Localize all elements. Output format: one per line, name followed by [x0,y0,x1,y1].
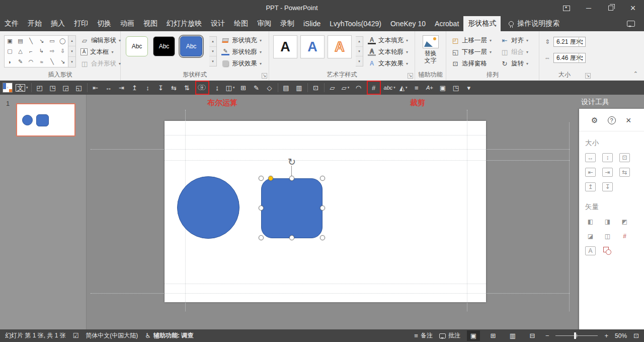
rotate-flip-icon[interactable]: ◭▾ [398,83,409,93]
shape-triangle-icon[interactable]: △ [15,46,26,57]
boolean-operations-icon[interactable]: ▾ [197,83,207,93]
close-panel-icon[interactable]: × [623,115,634,126]
shape-arc-icon[interactable]: ◠ [26,56,36,67]
tab-animations[interactable]: 动画 [116,16,139,31]
shape-textbox-icon[interactable]: ▣ [5,36,15,46]
merge-shapes-icon[interactable]: ◫▾ [225,83,235,93]
shape-oval-icon[interactable]: ◯ [57,36,68,46]
shape-rounded-rectangle-icon[interactable]: ▢ [5,46,15,57]
zoom-level[interactable]: 50% [615,332,627,339]
shape-curve-icon[interactable]: ≈ [36,56,47,67]
distribute-vertical-icon[interactable]: ⇅ [182,83,192,93]
adjust-handle-yellow[interactable] [268,176,273,181]
zoom-in-button[interactable]: + [604,332,608,339]
editing-canvas[interactable]: 布尔运算 裁剪 ↻ [87,95,576,329]
boolean-intersect-icon[interactable]: ◪ [585,232,596,241]
feedback-comment-icon[interactable] [627,21,635,27]
align-left-edge-icon[interactable]: ⇤ [585,168,596,177]
send-to-back-icon[interactable]: ◳ [48,83,58,93]
boolean-union-icon[interactable]: ◧ [585,217,596,226]
align-bottom-edge-icon[interactable]: ↧ [602,182,613,191]
shape-rectangle-icon[interactable]: ▭ [47,36,57,46]
edit-points-options-icon[interactable]: ▱▾ [341,83,351,93]
wordart-dialog-launcher[interactable]: ↘ [408,73,413,79]
shape-line2-icon[interactable]: ╲ [47,56,57,67]
shape-elbow-connector-icon[interactable]: ⌐ [26,46,36,57]
wordart-thumb-3[interactable]: A [328,35,352,58]
tab-transitions[interactable]: 切换 [93,16,116,31]
copy-attributes-icon[interactable]: ⊞ [238,83,249,93]
resize-handle-middle-right[interactable] [320,206,325,211]
restore-button[interactable] [600,0,622,16]
collapse-ribbon-icon[interactable]: ⌃ [633,71,638,77]
tab-lvyhtools[interactable]: LvyhTools(0429) [325,16,386,31]
notes-button[interactable]: ≡备注 [414,331,433,340]
resize-handle-bottom-right[interactable] [320,235,325,240]
boolean-subtract-icon[interactable]: ◫ [602,232,613,241]
zoom-slider[interactable] [555,335,598,336]
edit-points-icon[interactable]: ▱ [328,83,338,93]
tab-design[interactable]: 设计 [206,16,229,31]
shape-styles-dialog-launcher[interactable]: ↘ [262,73,267,79]
align-bottom-icon[interactable]: ↧ [156,83,166,93]
text-picture-layout-icon[interactable]: ▤ [281,83,291,93]
set-width-icon[interactable]: ↔ [585,153,596,162]
align-middle-icon[interactable]: ↕ [143,83,153,93]
boolean-combine-icon[interactable]: ◨ [602,217,613,226]
align-button[interactable]: ⇤对齐▾ [501,35,536,46]
text-effects-button[interactable]: A文本效果▾ [368,58,412,69]
tab-home[interactable]: 开始 [23,16,46,31]
slide-1-thumbnail[interactable] [16,103,75,136]
insert-placeholder-icon[interactable]: ▣ [438,83,448,93]
tab-record[interactable]: 录制 [276,16,299,31]
align-left-icon[interactable]: ⇤ [91,83,101,93]
size-dialog-launcher[interactable]: ↘ [585,73,591,79]
normal-view-button[interactable]: ▣ [467,330,480,341]
shape-vertical-textbox-icon[interactable]: ▤ [15,36,26,46]
blue-circle-shape[interactable] [177,176,239,239]
tab-draw[interactable]: 绘图 [229,16,253,31]
rotate-button[interactable]: ↻旋转▾ [501,58,536,69]
resize-handle-top-center[interactable] [289,176,294,181]
tab-view[interactable]: 视图 [139,16,162,31]
shape-scribble-icon[interactable]: ✎ [15,56,26,67]
gallery-down-icon[interactable]: ▾ [68,46,75,57]
reading-view-button[interactable]: ▥ [506,330,519,341]
close-button[interactable]: × [622,0,644,16]
swap-width-height-icon[interactable]: ⇆ [619,168,630,177]
font-style-icon[interactable]: 文▾ [16,83,28,93]
shape-style-thumb-1[interactable]: Abc [126,36,148,56]
slideshow-view-button[interactable]: ⊟ [526,330,539,341]
shape-merge-icon[interactable] [602,246,613,255]
shape-style-thumb-2[interactable]: Abc [153,36,175,56]
comments-button[interactable]: 批注 [439,331,460,340]
picture-text-layout-icon[interactable]: ▥ [294,83,304,93]
change-case-icon[interactable]: abc▾ [384,83,395,93]
shape-blob-icon[interactable]: ◗ [5,56,15,67]
wordart-thumb-1[interactable]: A [273,35,297,58]
height-stepper[interactable]: ▲▼ [579,37,585,46]
set-height-icon[interactable]: ↕ [602,153,613,162]
styles-up-icon[interactable]: ▴ [209,37,216,47]
vector-crop-icon[interactable]: # [619,232,630,241]
wordart-more-icon[interactable]: ▾ [356,56,363,66]
text-fill-button[interactable]: A文本填充▾ [368,35,412,46]
merge-shapes-button[interactable]: ◫合并形状▾ [80,58,119,69]
shape-width-input[interactable]: 6.46 厘米 ▲▼ [553,53,586,63]
add-lines-icon[interactable]: ≡ [412,83,422,93]
text-box-button[interactable]: A文本框▾ [80,46,119,57]
align-center-icon[interactable]: ↔ [104,83,114,93]
wordart-up-icon[interactable]: ▴ [356,37,363,47]
help-icon[interactable]: ? [606,115,617,126]
align-right-edge-icon[interactable]: ⇥ [602,168,613,177]
tab-insert[interactable]: 插入 [46,16,69,31]
language-indicator[interactable]: 简体中文(中国大陆) [86,331,138,340]
blue-rounded-square-shape-selected[interactable] [261,178,323,238]
gallery-more-icon[interactable]: ▾ [68,57,75,67]
resize-handle-bottom-center[interactable] [289,235,294,240]
resize-handle-top-left[interactable] [259,176,264,181]
tab-file[interactable]: 文件 [0,16,23,31]
wordart-thumb-2[interactable]: A [300,35,325,58]
alt-text-button[interactable]: 替换 文字 [415,35,446,64]
three-d-format-icon[interactable]: ◇ [265,83,275,93]
